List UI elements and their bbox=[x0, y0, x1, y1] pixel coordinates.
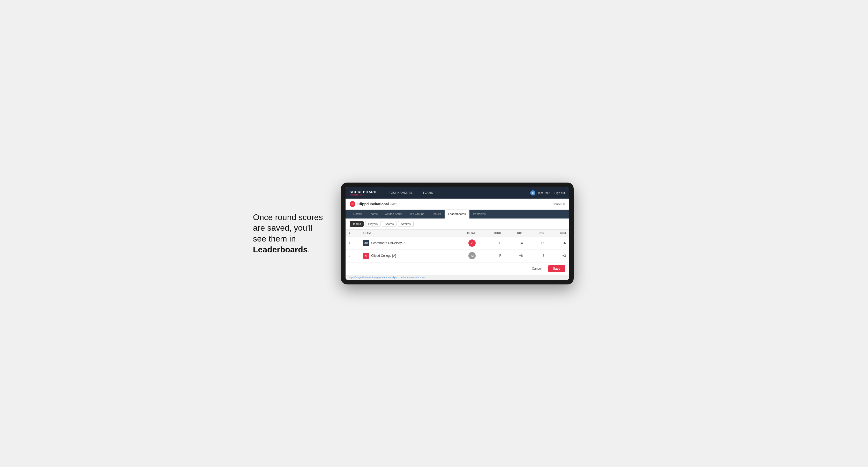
col-total: TOTAL bbox=[451, 229, 479, 237]
tablet-frame: SCOREBOARD Powered by clippd TOURNAMENTS… bbox=[341, 183, 574, 284]
col-rd1: RD1 bbox=[504, 229, 526, 237]
logo-subtitle: Powered by clippd bbox=[350, 194, 377, 196]
cell-total: -5 bbox=[451, 237, 479, 250]
col-thru: THRU bbox=[479, 229, 504, 237]
cell-rd1: -4 bbox=[504, 237, 526, 250]
table-header-row: # TEAM TOTAL THRU RD1 RD2 RD3 bbox=[345, 229, 569, 237]
nav-separator: | bbox=[552, 191, 553, 194]
sidebar-text-plain: Once round scores are saved, you'll see … bbox=[253, 213, 323, 243]
leaderboard-table: # TEAM TOTAL THRU RD1 RD2 RD3 1 SU bbox=[345, 229, 569, 262]
table-row[interactable]: 1 SU Scoreboard University [A] -5 F -4 +… bbox=[345, 237, 569, 250]
tab-teams[interactable]: Teams bbox=[366, 210, 381, 218]
cell-rank: 1 bbox=[345, 237, 360, 250]
leaderboard-table-wrapper: # TEAM TOTAL THRU RD1 RD2 RD3 1 SU bbox=[345, 229, 569, 262]
nav-teams[interactable]: TEAMS bbox=[421, 190, 435, 196]
team-name: Clippd College [A] bbox=[371, 254, 396, 257]
tab-results[interactable]: Results bbox=[428, 210, 444, 218]
filter-bar: Teams Players Scores Strokes bbox=[345, 218, 569, 229]
cell-team: C Clippd College [A] bbox=[360, 250, 451, 262]
tab-course-setup[interactable]: Course Setup bbox=[381, 210, 406, 218]
nav-tournaments[interactable]: TOURNAMENTS bbox=[387, 190, 414, 196]
tournament-header: C Clippd Invitational (Men) Cancel ✕ bbox=[345, 198, 569, 210]
cell-rd3: +3 bbox=[548, 250, 569, 262]
tablet-screen: SCOREBOARD Powered by clippd TOURNAMENTS… bbox=[345, 187, 569, 280]
filter-scores[interactable]: Scores bbox=[382, 221, 397, 227]
tournament-gender: (Men) bbox=[390, 202, 398, 206]
team-logo: SU bbox=[363, 240, 369, 246]
footer-cancel-button[interactable]: Cancel bbox=[528, 265, 546, 272]
tournament-cancel-button[interactable]: Cancel ✕ bbox=[553, 203, 565, 206]
cell-rd2: +5 bbox=[526, 237, 547, 250]
col-rd3: RD3 bbox=[548, 229, 569, 237]
table-row[interactable]: 2 C Clippd College [A] +3 F +8 -8 +3 bbox=[345, 250, 569, 262]
tab-bar: Details Teams Course Setup Tee Groups Re… bbox=[345, 210, 569, 218]
filter-teams[interactable]: Teams bbox=[350, 221, 364, 227]
footer-bar: Cancel Save bbox=[345, 262, 569, 275]
url-bar: https://stage-blue-coach.stagescoreboard… bbox=[345, 275, 569, 280]
cell-rank: 2 bbox=[345, 250, 360, 262]
user-name: Test User bbox=[537, 191, 549, 194]
filter-players[interactable]: Players bbox=[365, 221, 380, 227]
cell-thru: F bbox=[479, 250, 504, 262]
cell-thru: F bbox=[479, 237, 504, 250]
cell-rd1: +8 bbox=[504, 250, 526, 262]
tab-leaderboards[interactable]: Leaderboards bbox=[444, 210, 469, 218]
cell-rd3: -6 bbox=[548, 237, 569, 250]
url-text: https://stage-blue-coach.stagescoreboard… bbox=[349, 276, 425, 279]
tournament-icon: C bbox=[350, 201, 355, 207]
tournament-name: Clippd Invitational bbox=[358, 202, 389, 206]
avatar: S bbox=[530, 190, 535, 195]
score-badge: +3 bbox=[468, 252, 476, 259]
score-badge: -5 bbox=[468, 240, 476, 247]
col-rank: # bbox=[345, 229, 360, 237]
logo-title: SCOREBOARD bbox=[350, 190, 377, 194]
user-area: S Test User | Sign out bbox=[530, 190, 565, 195]
tab-printables[interactable]: Printables bbox=[469, 210, 489, 218]
tab-tee-groups[interactable]: Tee Groups bbox=[406, 210, 428, 218]
team-name: Scoreboard University [A] bbox=[371, 241, 406, 245]
col-team: TEAM bbox=[360, 229, 451, 237]
logo-area: SCOREBOARD Powered by clippd bbox=[350, 190, 377, 196]
cell-total: +3 bbox=[451, 250, 479, 262]
sidebar-text-end: . bbox=[308, 245, 310, 254]
cell-rd2: -8 bbox=[526, 250, 547, 262]
tab-details[interactable]: Details bbox=[350, 210, 366, 218]
sign-out-link[interactable]: Sign out bbox=[555, 191, 565, 194]
sidebar-description: Once round scores are saved, you'll see … bbox=[253, 212, 326, 255]
sidebar-text-bold: Leaderboards bbox=[253, 245, 308, 254]
team-logo: C bbox=[363, 253, 369, 259]
col-rd2: RD2 bbox=[526, 229, 547, 237]
filter-strokes[interactable]: Strokes bbox=[398, 221, 413, 227]
close-icon: ✕ bbox=[562, 203, 565, 206]
cell-team: SU Scoreboard University [A] bbox=[360, 237, 451, 250]
top-nav: SCOREBOARD Powered by clippd TOURNAMENTS… bbox=[345, 187, 569, 198]
footer-save-button[interactable]: Save bbox=[548, 265, 565, 272]
